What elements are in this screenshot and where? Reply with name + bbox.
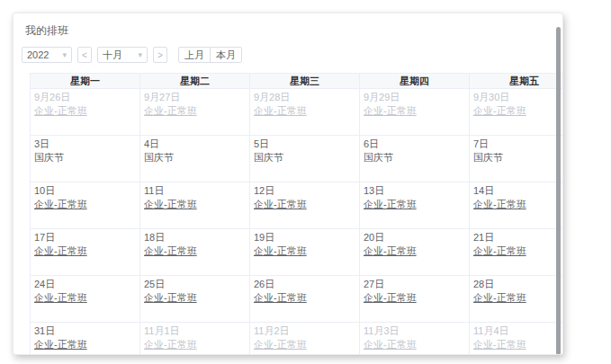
cell-date: 9月30日 (473, 91, 563, 104)
cell-date: 11月2日 (254, 324, 355, 338)
shift-link[interactable]: 企业-正常班 (473, 339, 526, 350)
calendar-cell[interactable]: 6日 国庆节 (360, 136, 470, 182)
calendar-week-row: 3日 国庆节 4日 国庆节 5日 国庆节 6日 国庆节 7日 国庆节 (30, 136, 563, 182)
calendar-cell[interactable]: 12日 企业-正常班 (250, 182, 360, 229)
cell-date: 27日 (364, 278, 465, 291)
shift-link[interactable]: 企业-正常班 (254, 105, 307, 116)
month-nav-group: 上月 本月 (178, 47, 242, 63)
calendar-cell[interactable]: 28日 企业-正常班 (470, 276, 563, 323)
cell-date: 12日 (254, 184, 355, 198)
year-select-value: 2022 (27, 49, 49, 60)
shift-link[interactable]: 企业-正常班 (473, 105, 526, 116)
shift-link[interactable]: 企业-正常班 (473, 199, 526, 209)
calendar-cell[interactable]: 9月26日 企业-正常班 (31, 89, 140, 136)
calendar-cell[interactable]: 3日 国庆节 (31, 136, 140, 182)
cell-date: 3日 (34, 138, 136, 151)
calendar-cell[interactable]: 19日 企业-正常班 (250, 229, 360, 276)
cell-date: 28日 (473, 278, 563, 291)
calendar-cell[interactable]: 11月2日 企业-正常班 (250, 323, 360, 355)
weekday-header: 星期一 (31, 74, 140, 89)
calendar-cell[interactable]: 11月1日 企业-正常班 (140, 323, 250, 355)
year-select[interactable]: 2022 ▾ (22, 47, 72, 63)
cell-date: 4日 (144, 138, 246, 151)
cell-date: 10日 (34, 184, 136, 198)
calendar-cell[interactable]: 7日 国庆节 (470, 136, 563, 182)
cell-date: 17日 (34, 231, 136, 244)
calendar-cell[interactable]: 25日 企业-正常班 (140, 276, 250, 323)
calendar-cell[interactable]: 11月4日 企业-正常班 (470, 323, 563, 355)
calendar-toolbar: 2022 ▾ < 十月 ▾ > 上月 本月 (22, 47, 562, 63)
cell-date: 9月26日 (34, 91, 136, 104)
cell-date: 19日 (254, 231, 355, 244)
shift-link[interactable]: 企业-正常班 (144, 339, 197, 350)
calendar-cell[interactable]: 11月3日 企业-正常班 (360, 323, 470, 355)
calendar-cell[interactable]: 17日 企业-正常班 (31, 229, 140, 276)
schedule-panel: 我的排班 2022 ▾ < 十月 ▾ > 上月 本月 星期一 星期二 星期三 星… (13, 13, 563, 355)
shift-link[interactable]: 企业-正常班 (364, 245, 417, 256)
month-select[interactable]: 十月 ▾ (97, 47, 148, 63)
next-arrow-button[interactable]: > (153, 47, 167, 63)
this-month-button[interactable]: 本月 (210, 47, 242, 63)
shift-link[interactable]: 企业-正常班 (364, 199, 417, 209)
holiday-label: 国庆节 (144, 152, 174, 163)
cell-date: 26日 (254, 278, 355, 291)
shift-link[interactable]: 企业-正常班 (34, 339, 87, 350)
shift-link[interactable]: 企业-正常班 (34, 245, 87, 256)
calendar-cell[interactable]: 31日 企业-正常班 (31, 323, 140, 355)
calendar-cell[interactable]: 26日 企业-正常班 (250, 276, 360, 323)
shift-link[interactable]: 企业-正常班 (34, 105, 87, 116)
shift-link[interactable]: 企业-正常班 (364, 105, 417, 116)
chevron-right-icon: > (157, 50, 163, 60)
holiday-label: 国庆节 (473, 152, 503, 163)
shift-link[interactable]: 企业-正常班 (254, 292, 307, 303)
shift-link[interactable]: 企业-正常班 (364, 339, 417, 350)
shift-link[interactable]: 企业-正常班 (473, 292, 526, 303)
calendar-cell[interactable]: 18日 企业-正常班 (140, 229, 250, 276)
calendar-cell[interactable]: 9月27日 企业-正常班 (140, 89, 250, 136)
vertical-scrollbar[interactable] (556, 27, 561, 355)
calendar-cell[interactable]: 13日 企业-正常班 (360, 182, 470, 229)
cell-date: 20日 (364, 231, 465, 244)
shift-link[interactable]: 企业-正常班 (144, 199, 197, 209)
cell-date: 25日 (144, 278, 246, 291)
shift-link[interactable]: 企业-正常班 (254, 199, 307, 209)
cell-date: 13日 (364, 184, 465, 198)
shift-link[interactable]: 企业-正常班 (34, 199, 87, 209)
prev-month-button[interactable]: 上月 (178, 47, 211, 63)
shift-link[interactable]: 企业-正常班 (144, 292, 197, 303)
cell-date: 21日 (473, 231, 563, 244)
calendar-cell[interactable]: 9月29日 企业-正常班 (360, 89, 470, 136)
calendar-cell[interactable]: 10日 企业-正常班 (31, 182, 140, 229)
cell-date: 11月4日 (473, 324, 563, 338)
calendar-cell[interactable]: 27日 企业-正常班 (360, 276, 470, 323)
calendar-cell[interactable]: 21日 企业-正常班 (470, 229, 563, 276)
shift-link[interactable]: 企业-正常班 (254, 339, 307, 350)
cell-date: 7日 (473, 138, 563, 151)
calendar-cell[interactable]: 9月30日 企业-正常班 (470, 89, 563, 136)
calendar-cell[interactable]: 11日 企业-正常班 (140, 182, 250, 229)
calendar-week-row: 17日 企业-正常班 18日 企业-正常班 19日 企业-正常班 20日 企业-… (30, 229, 563, 276)
cell-date: 11日 (144, 184, 246, 198)
shift-link[interactable]: 企业-正常班 (254, 245, 307, 256)
weekday-header: 星期二 (140, 74, 250, 89)
prev-arrow-button[interactable]: < (77, 47, 92, 63)
calendar-week-row: 9月26日 企业-正常班 9月27日 企业-正常班 9月28日 企业-正常班 9… (30, 89, 563, 136)
cell-date: 11月1日 (144, 324, 246, 338)
shift-link[interactable]: 企业-正常班 (144, 245, 197, 256)
cell-date: 31日 (34, 324, 136, 338)
shift-link[interactable]: 企业-正常班 (144, 105, 197, 116)
holiday-label: 国庆节 (254, 152, 283, 163)
cell-date: 14日 (473, 184, 563, 198)
calendar-cell[interactable]: 24日 企业-正常班 (31, 276, 140, 323)
calendar-cell[interactable]: 14日 企业-正常班 (470, 182, 563, 229)
calendar-cell[interactable]: 4日 国庆节 (140, 136, 250, 182)
calendar-week-row: 24日 企业-正常班 25日 企业-正常班 26日 企业-正常班 27日 企业-… (30, 276, 563, 323)
weekday-header-row: 星期一 星期二 星期三 星期四 星期五 (30, 73, 563, 89)
cell-date: 11月3日 (364, 324, 465, 338)
calendar-cell[interactable]: 9月28日 企业-正常班 (250, 89, 360, 136)
calendar-cell[interactable]: 20日 企业-正常班 (360, 229, 470, 276)
shift-link[interactable]: 企业-正常班 (473, 245, 526, 256)
shift-link[interactable]: 企业-正常班 (34, 292, 87, 303)
calendar-cell[interactable]: 5日 国庆节 (250, 136, 360, 182)
shift-link[interactable]: 企业-正常班 (364, 292, 417, 303)
